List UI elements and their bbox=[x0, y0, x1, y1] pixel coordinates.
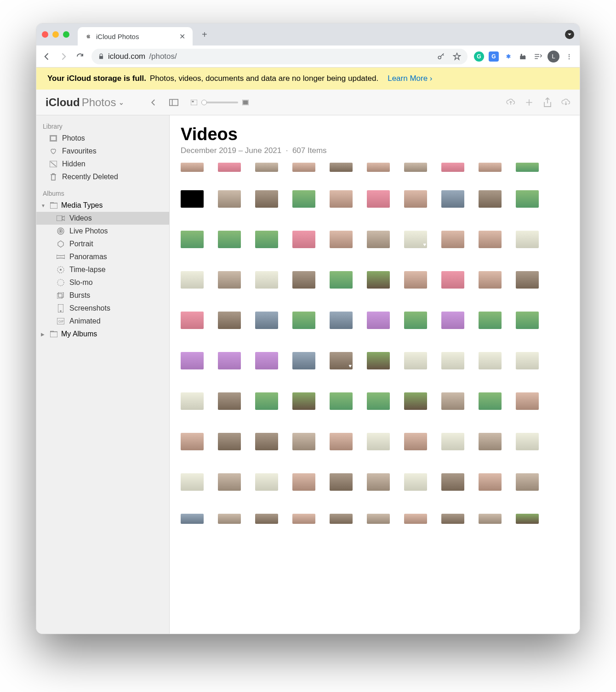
video-thumbnail[interactable] bbox=[404, 190, 427, 208]
video-thumbnail[interactable] bbox=[404, 473, 427, 491]
video-thumbnail[interactable] bbox=[404, 312, 427, 329]
sidebar-item-animated[interactable]: GIFAnimated bbox=[36, 315, 169, 328]
video-thumbnail[interactable] bbox=[367, 163, 390, 172]
video-thumbnail[interactable] bbox=[479, 392, 502, 410]
reading-list-icon[interactable] bbox=[533, 51, 543, 62]
video-thumbnail[interactable] bbox=[479, 514, 502, 524]
video-thumbnail[interactable] bbox=[479, 231, 502, 248]
sidebar-item-slomo[interactable]: Slo-mo bbox=[36, 276, 169, 289]
video-thumbnail[interactable] bbox=[292, 473, 315, 491]
video-thumbnail[interactable] bbox=[516, 392, 539, 410]
video-thumbnail[interactable] bbox=[292, 514, 315, 524]
video-thumbnail[interactable] bbox=[181, 433, 204, 450]
video-thumbnail[interactable] bbox=[181, 392, 204, 410]
video-thumbnail[interactable] bbox=[330, 473, 353, 491]
video-thumbnail[interactable] bbox=[367, 473, 390, 491]
video-thumbnail[interactable] bbox=[516, 190, 539, 208]
share-icon[interactable] bbox=[543, 98, 552, 107]
video-thumbnail[interactable] bbox=[181, 473, 204, 491]
sidebar-item-hidden[interactable]: Hidden bbox=[36, 158, 169, 170]
grammarly-icon[interactable]: G bbox=[474, 51, 484, 62]
puzzle-icon[interactable] bbox=[518, 51, 528, 62]
minimize-window-button[interactable] bbox=[52, 31, 59, 38]
video-thumbnail[interactable] bbox=[441, 392, 464, 410]
reload-button[interactable] bbox=[75, 51, 85, 62]
video-thumbnail[interactable] bbox=[479, 271, 502, 289]
video-thumbnail[interactable] bbox=[218, 392, 241, 410]
video-thumbnail[interactable] bbox=[255, 473, 278, 491]
close-window-button[interactable] bbox=[42, 31, 48, 38]
video-thumbnail[interactable] bbox=[218, 473, 241, 491]
sidebar-item-favourites[interactable]: Favourites bbox=[36, 145, 169, 158]
video-thumbnail[interactable] bbox=[255, 163, 278, 172]
video-thumbnail[interactable] bbox=[181, 231, 204, 248]
video-thumbnail[interactable] bbox=[330, 271, 353, 289]
video-thumbnail[interactable] bbox=[404, 514, 427, 524]
video-thumbnail[interactable] bbox=[479, 312, 502, 329]
sidebar-item-panoramas[interactable]: Panoramas bbox=[36, 250, 169, 263]
video-thumbnail[interactable] bbox=[330, 392, 353, 410]
extension-icon[interactable]: ✱ bbox=[503, 51, 513, 62]
video-thumbnail[interactable] bbox=[367, 433, 390, 450]
sidebar-media-types[interactable]: ▼Media Types bbox=[36, 199, 169, 212]
video-thumbnail[interactable] bbox=[367, 392, 390, 410]
forward-button[interactable] bbox=[58, 51, 68, 62]
video-thumbnail[interactable] bbox=[218, 312, 241, 329]
profile-avatar[interactable]: L bbox=[548, 51, 559, 62]
video-thumbnail[interactable] bbox=[181, 163, 204, 172]
video-thumbnail[interactable] bbox=[479, 163, 502, 172]
video-thumbnail[interactable] bbox=[292, 392, 315, 410]
sidebar-item-bursts[interactable]: Bursts bbox=[36, 289, 169, 302]
video-thumbnail[interactable] bbox=[441, 271, 464, 289]
video-thumbnail[interactable] bbox=[516, 473, 539, 491]
sidebar-item-screenshots[interactable]: Screenshots bbox=[36, 302, 169, 315]
video-thumbnail[interactable] bbox=[330, 190, 353, 208]
video-thumbnail[interactable] bbox=[441, 190, 464, 208]
video-thumbnail[interactable] bbox=[441, 231, 464, 248]
video-thumbnail[interactable] bbox=[292, 352, 315, 369]
video-thumbnail[interactable] bbox=[218, 514, 241, 524]
video-thumbnail[interactable] bbox=[441, 352, 464, 369]
video-thumbnail[interactable] bbox=[292, 190, 315, 208]
video-thumbnail[interactable] bbox=[292, 271, 315, 289]
video-thumbnail[interactable] bbox=[330, 433, 353, 450]
video-thumbnail[interactable] bbox=[367, 271, 390, 289]
sidebar-item-photos[interactable]: Photos bbox=[36, 132, 169, 145]
learn-more-link[interactable]: Learn More › bbox=[388, 74, 432, 83]
video-thumbnail[interactable] bbox=[330, 312, 353, 329]
video-thumbnail[interactable] bbox=[218, 433, 241, 450]
video-thumbnail[interactable] bbox=[441, 514, 464, 524]
back-button[interactable] bbox=[42, 51, 52, 62]
video-thumbnail[interactable] bbox=[441, 433, 464, 450]
video-thumbnail[interactable] bbox=[479, 473, 502, 491]
key-icon[interactable] bbox=[437, 52, 445, 61]
video-thumbnail[interactable]: ♥ bbox=[404, 231, 427, 248]
video-thumbnail[interactable] bbox=[330, 163, 353, 172]
star-icon[interactable] bbox=[453, 52, 461, 61]
video-thumbnail[interactable] bbox=[367, 514, 390, 524]
add-icon[interactable] bbox=[525, 98, 534, 107]
video-thumbnail[interactable] bbox=[516, 514, 539, 524]
video-thumbnail[interactable] bbox=[516, 163, 539, 172]
video-thumbnail[interactable] bbox=[218, 352, 241, 369]
video-thumbnail[interactable] bbox=[479, 352, 502, 369]
chrome-account-icon[interactable] bbox=[565, 30, 574, 39]
video-thumbnail[interactable] bbox=[181, 190, 204, 208]
video-thumbnail[interactable] bbox=[255, 190, 278, 208]
sidebar-item-portrait[interactable]: Portrait bbox=[36, 238, 169, 250]
url-field[interactable]: icloud.com/photos/ bbox=[91, 49, 468, 64]
sidebar-item-deleted[interactable]: Recently Deleted bbox=[36, 170, 169, 183]
sidebar-item-videos[interactable]: Videos bbox=[36, 212, 169, 225]
video-thumbnail[interactable] bbox=[404, 271, 427, 289]
video-thumbnail[interactable] bbox=[181, 352, 204, 369]
video-thumbnail[interactable] bbox=[516, 312, 539, 329]
video-thumbnail[interactable] bbox=[255, 352, 278, 369]
video-thumbnail[interactable] bbox=[255, 271, 278, 289]
video-thumbnail[interactable] bbox=[516, 231, 539, 248]
video-thumbnail[interactable]: ♥ bbox=[330, 352, 353, 369]
video-thumbnail[interactable] bbox=[404, 392, 427, 410]
video-thumbnail[interactable] bbox=[218, 231, 241, 248]
video-thumbnail[interactable] bbox=[367, 231, 390, 248]
zoom-slider[interactable] bbox=[189, 98, 250, 107]
video-thumbnail[interactable] bbox=[330, 231, 353, 248]
